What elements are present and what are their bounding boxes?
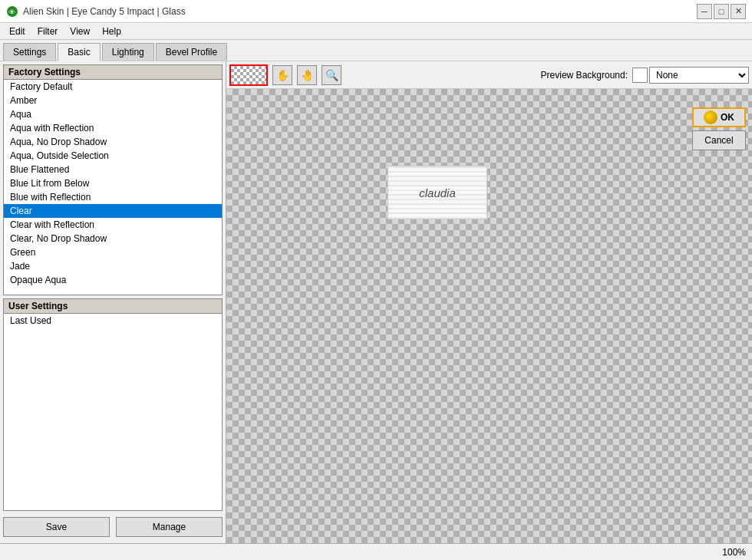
- preset-aqua-with-reflection[interactable]: Aqua with Reflection: [4, 121, 222, 135]
- cancel-label: Cancel: [704, 135, 733, 146]
- statusbar: 100%: [0, 543, 752, 560]
- menu-help[interactable]: Help: [96, 25, 127, 38]
- tab-basic[interactable]: Basic: [58, 43, 100, 61]
- preview-bg-color-swatch[interactable]: [632, 68, 648, 83]
- titlebar: 👁 Alien Skin | Eye Candy 5 Impact | Glas…: [0, 0, 752, 23]
- preset-blue-flattened[interactable]: Blue Flattened: [4, 163, 222, 176]
- tab-lighting[interactable]: Lighting: [102, 43, 154, 61]
- watermark-inner: claudia: [388, 166, 486, 219]
- preset-aqua[interactable]: Aqua: [4, 107, 222, 121]
- preset-aqua-outside-selection[interactable]: Aqua, Outside Selection: [4, 149, 222, 163]
- preset-green[interactable]: Green: [4, 245, 222, 259]
- preview-canvas: claudia: [226, 89, 752, 543]
- ok-button[interactable]: OK: [692, 107, 746, 127]
- preset-clear[interactable]: Clear: [4, 204, 222, 218]
- menu-filter[interactable]: Filter: [31, 25, 64, 38]
- maximize-button[interactable]: □: [714, 4, 729, 19]
- app-icon: 👁: [6, 5, 18, 18]
- user-settings-section: User Settings Last Used: [3, 298, 223, 511]
- factory-settings-section: Factory Settings Factory Default Amber A…: [3, 64, 223, 295]
- left-panel: Factory Settings Factory Default Amber A…: [0, 61, 226, 543]
- preset-blue-lit-from-below[interactable]: Blue Lit from Below: [4, 176, 222, 190]
- user-settings-header: User Settings: [4, 299, 222, 314]
- preview-bg-select[interactable]: None White Black Custom: [649, 67, 749, 84]
- preset-aqua-no-drop-shadow[interactable]: Aqua, No Drop Shadow: [4, 135, 222, 149]
- preset-last-used[interactable]: Last Used: [4, 314, 222, 328]
- tab-settings[interactable]: Settings: [3, 43, 56, 61]
- zoom-level: 100%: [722, 547, 746, 558]
- preset-list[interactable]: Factory Default Amber Aqua Aqua with Ref…: [4, 80, 222, 295]
- title-text: Alien Skin | Eye Candy 5 Impact | Glass: [23, 6, 697, 17]
- preview-toolbar: ✋ 🤚 🔍 Preview Background: None White Bla…: [226, 61, 752, 89]
- preview-background-label: Preview Background:: [541, 70, 628, 81]
- ok-label: OK: [721, 112, 734, 123]
- right-panel: ✋ 🤚 🔍 Preview Background: None White Bla…: [226, 61, 752, 543]
- win-controls: ─ □ ✕: [697, 4, 746, 19]
- move-tool-button[interactable]: ✋: [272, 65, 292, 85]
- tabbar: Settings Basic Lighting Bevel Profile: [0, 40, 752, 61]
- preset-jade[interactable]: Jade: [4, 259, 222, 273]
- preset-factory-default[interactable]: Factory Default: [4, 80, 222, 94]
- close-button[interactable]: ✕: [731, 4, 746, 19]
- main-content: Factory Settings Factory Default Amber A…: [0, 61, 752, 543]
- preset-opaque-aqua[interactable]: Opaque Aqua: [4, 273, 222, 287]
- watermark-image: claudia: [388, 166, 487, 219]
- tab-bevel-profile[interactable]: Bevel Profile: [156, 43, 227, 61]
- ok-cancel-area: OK Cancel: [692, 107, 746, 150]
- left-bottom-buttons: Save Manage: [3, 514, 223, 540]
- preset-clear-no-drop-shadow[interactable]: Clear, No Drop Shadow: [4, 232, 222, 245]
- svg-text:👁: 👁: [8, 8, 15, 16]
- manage-button[interactable]: Manage: [116, 517, 223, 537]
- save-button[interactable]: Save: [3, 517, 110, 537]
- factory-settings-header: Factory Settings: [4, 65, 222, 80]
- minimize-button[interactable]: ─: [697, 4, 712, 19]
- user-list[interactable]: Last Used: [4, 314, 222, 375]
- cancel-button[interactable]: Cancel: [692, 130, 746, 150]
- preset-clear-with-reflection[interactable]: Clear with Reflection: [4, 218, 222, 232]
- preset-amber[interactable]: Amber: [4, 94, 222, 107]
- watermark-text: claudia: [419, 186, 456, 199]
- zoom-tool-button[interactable]: 🔍: [322, 65, 341, 85]
- preset-blue-with-reflection[interactable]: Blue with Reflection: [4, 190, 222, 204]
- pan-tool-button[interactable]: 🤚: [297, 65, 317, 85]
- menubar: Edit Filter View Help: [0, 23, 752, 40]
- menu-view[interactable]: View: [64, 25, 96, 38]
- menu-edit[interactable]: Edit: [3, 25, 31, 38]
- ok-arrow-icon: [704, 110, 717, 124]
- preview-thumbnail[interactable]: [229, 64, 268, 86]
